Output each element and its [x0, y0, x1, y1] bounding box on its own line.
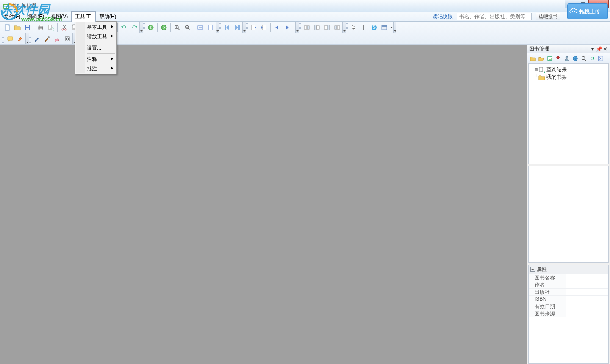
- title-bar: 书生阅读器: [0, 0, 610, 12]
- play-right-button[interactable]: [282, 22, 292, 33]
- nav-forward-button[interactable]: [159, 22, 169, 33]
- redo-button[interactable]: [129, 22, 139, 33]
- first-page-button[interactable]: [222, 22, 232, 33]
- svg-text:S: S: [372, 24, 376, 30]
- page-thumb-next-button[interactable]: [259, 22, 269, 33]
- svg-point-54: [566, 56, 568, 58]
- expand-button[interactable]: [596, 54, 605, 63]
- page-thumb-prev-button[interactable]: [249, 22, 259, 33]
- window-button[interactable]: [379, 22, 389, 33]
- panel-menu-icon[interactable]: ▾: [590, 47, 595, 52]
- svg-point-56: [582, 56, 585, 59]
- panel-pin-icon[interactable]: 📌: [596, 47, 602, 52]
- menu-help[interactable]: 帮助(H): [96, 12, 120, 21]
- undo-button[interactable]: [119, 22, 129, 33]
- svg-rect-31: [238, 25, 240, 30]
- svg-rect-41: [337, 26, 340, 29]
- svg-rect-37: [317, 26, 319, 29]
- zoom-out-button[interactable]: [182, 22, 192, 33]
- print-button[interactable]: [36, 22, 46, 33]
- open-button[interactable]: [12, 22, 22, 33]
- svg-rect-45: [382, 25, 387, 27]
- svg-rect-12: [39, 25, 42, 27]
- pin-button[interactable]: [554, 54, 563, 63]
- refresh-button[interactable]: [588, 54, 596, 63]
- property-row[interactable]: 图书来源: [529, 310, 608, 317]
- toolbar-overflow[interactable]: [295, 22, 299, 33]
- fit-width-button[interactable]: [195, 22, 205, 33]
- rotate-left-button[interactable]: [302, 22, 312, 33]
- toolbar-overflow[interactable]: [216, 22, 219, 33]
- menu-item-缩放工具[interactable]: 缩放工具: [76, 32, 116, 41]
- rotate-ccw-button[interactable]: [312, 22, 322, 33]
- svg-rect-40: [335, 26, 337, 29]
- comment-button[interactable]: [5, 34, 15, 44]
- menu-edit[interactable]: 编辑(E): [24, 12, 47, 21]
- shape-button[interactable]: [62, 34, 72, 44]
- pointer-button[interactable]: [349, 22, 359, 33]
- rotate-cw-button[interactable]: [322, 22, 332, 33]
- property-header-label: 属性: [537, 266, 547, 273]
- eraser-button[interactable]: [52, 34, 62, 44]
- svg-rect-35: [307, 26, 309, 29]
- property-header[interactable]: − 属性: [529, 265, 608, 274]
- folder-icon: [538, 74, 545, 80]
- folder-button[interactable]: [529, 54, 537, 63]
- tree-item-0[interactable]: ⊟查询结果: [530, 66, 607, 73]
- menu-item-基本工具[interactable]: 基本工具: [76, 22, 116, 32]
- search-input[interactable]: [457, 13, 532, 20]
- menu-view[interactable]: 视图(V): [47, 12, 71, 21]
- search-button[interactable]: [580, 54, 588, 63]
- property-row[interactable]: 有效日期: [529, 303, 608, 310]
- nav-back-button[interactable]: [146, 22, 156, 33]
- toolbar-overflow[interactable]: [139, 22, 143, 33]
- toolbar-overflow[interactable]: [25, 33, 29, 44]
- svg-point-25: [161, 25, 166, 30]
- preview-pane: [528, 166, 609, 263]
- text-cursor-button[interactable]: [359, 22, 369, 33]
- upload-drop-button[interactable]: 拖拽上传: [567, 3, 608, 19]
- property-row[interactable]: 出版社: [529, 289, 608, 296]
- panel-header: 图书管理 ▾ 📌 ✕: [527, 45, 610, 53]
- user-button[interactable]: [563, 54, 571, 63]
- toolbar-overflow[interactable]: [342, 22, 346, 33]
- print-preview-button[interactable]: [46, 22, 56, 33]
- tree-item-1[interactable]: └我的书架: [530, 73, 607, 81]
- panel-close-icon[interactable]: ✕: [603, 47, 608, 52]
- folder-open-button[interactable]: [537, 54, 546, 63]
- menu-tools[interactable]: 工具(T): [71, 11, 95, 22]
- property-row[interactable]: 作者: [529, 281, 608, 289]
- skype-button[interactable]: S: [369, 22, 379, 33]
- new-button[interactable]: [2, 22, 12, 33]
- svg-point-5: [572, 11, 573, 12]
- property-row[interactable]: ISBN: [529, 296, 608, 303]
- rotate-right-button[interactable]: [332, 22, 342, 33]
- menu-item-批注[interactable]: 批注: [76, 64, 116, 73]
- cut-button[interactable]: [59, 22, 69, 33]
- menu-item-注释[interactable]: 注释: [76, 55, 116, 64]
- zoom-in-button[interactable]: [172, 22, 182, 33]
- save-button[interactable]: [22, 22, 33, 33]
- svg-rect-34: [304, 26, 307, 29]
- search-button[interactable]: 读吧搜书: [536, 13, 560, 20]
- svg-rect-39: [327, 25, 330, 30]
- globe-button[interactable]: [571, 54, 580, 63]
- fit-page-button[interactable]: [205, 22, 216, 33]
- document-workspace: [0, 45, 527, 364]
- pen-button[interactable]: [32, 34, 42, 44]
- header-link[interactable]: 读吧快眼: [433, 13, 453, 20]
- toolbar-overflow[interactable]: [242, 22, 246, 33]
- toolbar-overflow[interactable]: [393, 22, 396, 33]
- app-icon: [3, 3, 10, 10]
- svg-rect-46: [8, 37, 13, 40]
- play-left-button[interactable]: [272, 22, 282, 33]
- brush-button[interactable]: [42, 34, 52, 44]
- menu-item-设置...[interactable]: 设置...: [76, 43, 116, 52]
- image-button[interactable]: [546, 54, 554, 63]
- dropdown-arrow-icon[interactable]: [389, 22, 393, 33]
- collapse-box-icon[interactable]: −: [530, 267, 535, 272]
- highlight-button[interactable]: [15, 34, 25, 44]
- last-page-button[interactable]: [232, 22, 242, 33]
- property-row[interactable]: 图书名称: [529, 274, 608, 281]
- menu-file[interactable]: 文件(F): [0, 12, 24, 21]
